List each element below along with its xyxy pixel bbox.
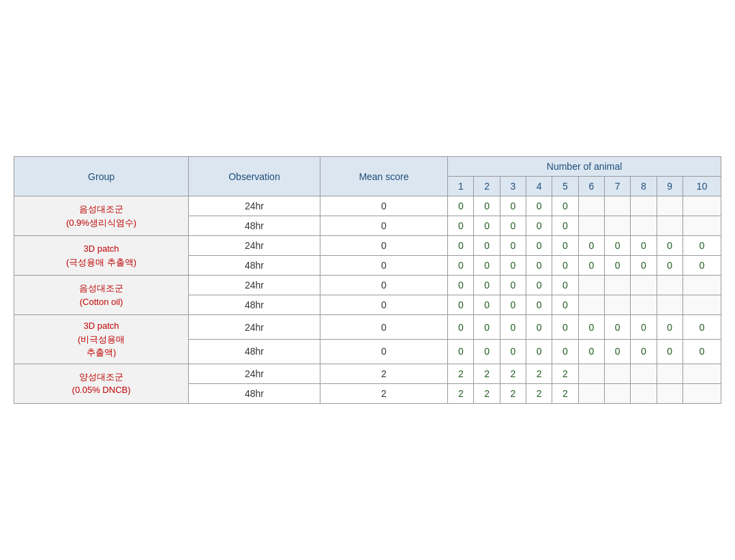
- animal-value-5: 0: [552, 295, 578, 315]
- mean-score: 0: [320, 276, 447, 295]
- obs-time: 24hr: [189, 315, 320, 340]
- table-row: 3D patch(극성용매 추출액)24hr00000000000: [14, 236, 721, 256]
- animal-value-1: 0: [448, 340, 474, 364]
- header-animal-2: 2: [474, 177, 500, 196]
- mean-score: 2: [320, 364, 447, 383]
- animal-value-9: [657, 383, 682, 403]
- animal-value-1: 0: [448, 196, 474, 216]
- mean-score: 0: [320, 340, 447, 364]
- animal-value-7: [604, 295, 630, 315]
- group-cell-4: 양성대조군(0.05% DNCB): [14, 364, 189, 403]
- group-cell-2: 음성대조군(Cotton oil): [14, 276, 189, 315]
- animal-value-10: [682, 364, 721, 383]
- animal-value-8: 0: [631, 256, 657, 276]
- header-animal-6: 6: [578, 177, 604, 196]
- mean-score: 2: [320, 383, 447, 403]
- animal-value-4: 2: [526, 364, 552, 383]
- animal-value-5: 0: [552, 276, 578, 295]
- mean-score: 0: [320, 236, 447, 256]
- animal-value-10: 0: [682, 236, 721, 256]
- animal-value-8: [631, 383, 657, 403]
- animal-value-4: 0: [526, 295, 552, 315]
- animal-value-9: 0: [657, 315, 682, 340]
- animal-value-4: 0: [526, 196, 552, 216]
- animal-value-10: [682, 276, 721, 295]
- animal-value-3: 0: [500, 295, 526, 315]
- animal-value-1: 0: [448, 315, 474, 340]
- animal-value-5: 0: [552, 216, 578, 236]
- animal-value-9: 0: [657, 340, 682, 364]
- table-row: 음성대조군(Cotton oil)24hr000000: [14, 276, 721, 295]
- animal-value-8: [631, 364, 657, 383]
- table-row: 3D patch(비극성용매추출액)24hr00000000000: [14, 315, 721, 340]
- animal-value-7: [604, 276, 630, 295]
- animal-value-3: 0: [500, 236, 526, 256]
- mean-score: 0: [320, 256, 447, 276]
- animal-value-7: [604, 216, 630, 236]
- animal-value-6: [578, 364, 604, 383]
- table-row: 음성대조군(0.9%생리식염수)24hr000000: [14, 196, 721, 216]
- animal-value-7: 0: [604, 256, 630, 276]
- animal-value-2: 0: [474, 295, 500, 315]
- animal-value-3: 0: [500, 196, 526, 216]
- animal-value-2: 0: [474, 196, 500, 216]
- animal-value-5: 0: [552, 315, 578, 340]
- animal-value-6: [578, 196, 604, 216]
- table-body: 음성대조군(0.9%생리식염수)24hr00000048hr0000003D p…: [14, 196, 721, 404]
- animal-value-9: 0: [657, 256, 682, 276]
- animal-value-1: 0: [448, 216, 474, 236]
- animal-value-10: 0: [682, 340, 721, 364]
- animal-value-10: [682, 196, 721, 216]
- mean-score: 0: [320, 315, 447, 340]
- animal-value-10: [682, 295, 721, 315]
- animal-value-6: 0: [578, 340, 604, 364]
- animal-value-1: 0: [448, 295, 474, 315]
- animal-value-9: [657, 295, 682, 315]
- animal-value-7: 0: [604, 236, 630, 256]
- animal-value-5: 0: [552, 196, 578, 216]
- animal-value-10: 0: [682, 315, 721, 340]
- group-cell-3: 3D patch(비극성용매추출액): [14, 315, 189, 364]
- header-mean-score: Mean score: [320, 157, 447, 196]
- animal-value-10: [682, 383, 721, 403]
- group-cell-1: 3D patch(극성용매 추출액): [14, 236, 189, 276]
- animal-value-6: [578, 383, 604, 403]
- animal-value-1: 0: [448, 276, 474, 295]
- table-row: 양성대조군(0.05% DNCB)24hr222222: [14, 364, 721, 383]
- animal-value-5: 0: [552, 236, 578, 256]
- animal-value-3: 0: [500, 276, 526, 295]
- animal-value-2: 2: [474, 383, 500, 403]
- animal-value-5: 2: [552, 383, 578, 403]
- animal-value-6: 0: [578, 315, 604, 340]
- animal-value-3: 2: [500, 383, 526, 403]
- animal-value-1: 2: [448, 383, 474, 403]
- animal-value-8: [631, 276, 657, 295]
- animal-value-3: 0: [500, 256, 526, 276]
- header-animal-4: 4: [526, 177, 552, 196]
- animal-value-1: 0: [448, 236, 474, 256]
- obs-time: 48hr: [189, 256, 320, 276]
- header-animal-8: 8: [631, 177, 657, 196]
- animal-value-4: 0: [526, 315, 552, 340]
- animal-value-9: [657, 196, 682, 216]
- animal-value-2: 2: [474, 364, 500, 383]
- animal-value-8: [631, 216, 657, 236]
- header-animal-5: 5: [552, 177, 578, 196]
- header-group: Group: [14, 157, 189, 196]
- header-animal-1: 1: [448, 177, 474, 196]
- header-row-1: Group Observation Mean score Number of a…: [14, 157, 721, 177]
- animal-value-8: [631, 295, 657, 315]
- animal-value-7: 0: [604, 315, 630, 340]
- animal-value-2: 0: [474, 256, 500, 276]
- animal-value-9: [657, 364, 682, 383]
- animal-value-4: 0: [526, 216, 552, 236]
- animal-value-10: 0: [682, 256, 721, 276]
- animal-value-8: 0: [631, 315, 657, 340]
- animal-value-6: [578, 216, 604, 236]
- table-wrapper: Group Observation Mean score Number of a…: [14, 156, 721, 404]
- animal-value-5: 2: [552, 364, 578, 383]
- animal-value-4: 0: [526, 236, 552, 256]
- animal-value-2: 0: [474, 276, 500, 295]
- animal-value-5: 0: [552, 256, 578, 276]
- header-animal-7: 7: [604, 177, 630, 196]
